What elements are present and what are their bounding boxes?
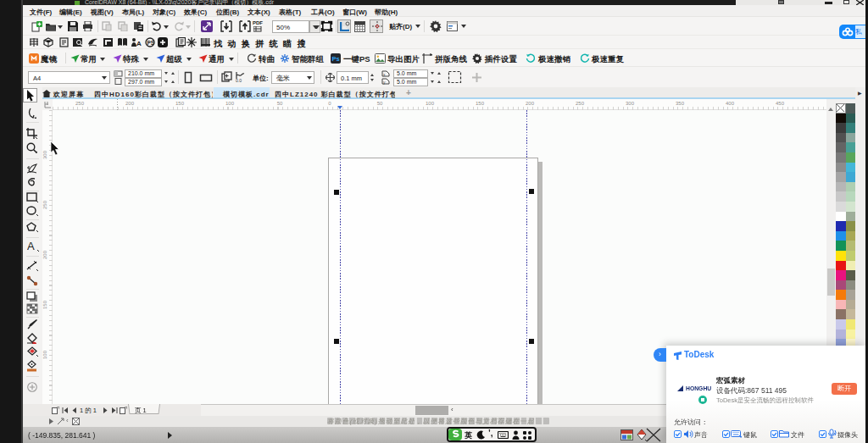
svg-text:A: A xyxy=(136,40,142,47)
svg-text:0.0: 0.0 xyxy=(236,78,242,83)
svg-text:PS: PS xyxy=(147,40,155,46)
svg-text:A: A xyxy=(27,240,35,252)
svg-text:Ps: Ps xyxy=(332,55,340,63)
